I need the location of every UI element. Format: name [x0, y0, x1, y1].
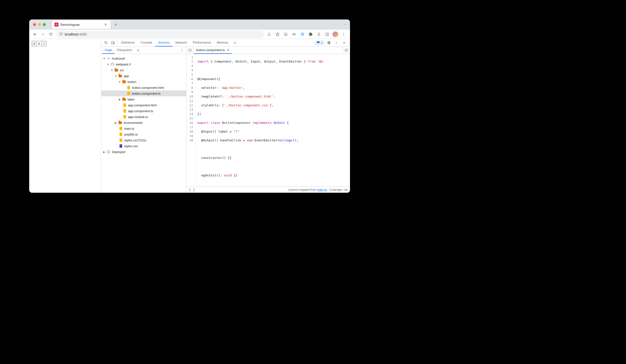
tree-label: app	[124, 74, 129, 78]
site-info-icon[interactable]	[59, 32, 63, 36]
counter-minus-button[interactable]: -	[41, 41, 46, 46]
devtools-settings-icon[interactable]	[325, 41, 332, 45]
counter-value: 0	[37, 42, 41, 45]
tree-file-button-ts[interactable]: button.component.ts	[101, 91, 186, 96]
toolbar: localhost:4200	[29, 30, 350, 39]
tree-file-app-ts[interactable]: app.component.ts	[101, 108, 186, 114]
file-tree: ▼Authored ▼webpack:// ▼src ▼app ▼button …	[101, 54, 186, 193]
tree-label: app.module.ts	[128, 115, 148, 119]
tree-label: button	[127, 80, 136, 84]
forward-button[interactable]	[39, 31, 46, 38]
devtools-menu-icon[interactable]	[333, 41, 340, 44]
tree-authored[interactable]: ▼Authored	[101, 55, 186, 61]
device-toolbar-icon[interactable]	[110, 39, 116, 46]
tree-file-app-html[interactable]: app.component.html	[101, 102, 186, 108]
tree-label: main.ts	[124, 127, 134, 130]
url-text: localhost:4200	[65, 32, 87, 36]
file-icon	[123, 103, 126, 107]
editor-pane: button.component.ts ✕ 123456789101112131…	[187, 47, 350, 193]
tree-label: Authored	[112, 57, 125, 60]
labs-icon[interactable]	[316, 31, 322, 37]
tab-list-button[interactable]	[344, 23, 347, 27]
tree-file-button-html[interactable]: button.component.html	[101, 85, 186, 91]
box-icon	[107, 150, 111, 154]
editor-tabstrip: button.component.ts ✕	[187, 47, 350, 54]
bookmark-icon[interactable]	[274, 31, 280, 37]
file-icon	[119, 144, 123, 148]
tree-deployed[interactable]: ▶Deployed	[101, 149, 186, 155]
tree-label: styles.css?231c	[124, 139, 147, 142]
tab-sources[interactable]: Sources	[155, 39, 173, 46]
minimize-window-button[interactable]	[38, 23, 41, 26]
editor-statusbar: { } (source mapped from main.js) Coverag…	[187, 186, 350, 193]
content-area: + 0 - Elements Console Sources Network P…	[29, 39, 350, 193]
extensions-icon[interactable]	[308, 31, 313, 37]
browser-window: DemoAngular ✕ + localhost:4200	[29, 19, 350, 193]
svg-point-12	[343, 33, 344, 33]
tree-webpack[interactable]: ▼webpack://	[101, 61, 186, 67]
tree-label: webpack://	[116, 63, 131, 66]
issues-count: 1	[321, 41, 322, 44]
devtools-close-icon[interactable]	[341, 41, 348, 44]
profile-avatar[interactable]	[332, 31, 338, 37]
inspect-element-icon[interactable]	[103, 39, 110, 46]
tree-label: polyfills.ts	[124, 133, 138, 136]
tab-close-button[interactable]: ✕	[103, 22, 108, 27]
maximize-window-button[interactable]	[43, 23, 46, 26]
tab-console[interactable]: Console	[138, 39, 155, 46]
tree-file-styles[interactable]: styles.css	[101, 143, 186, 149]
toggle-navigator-icon[interactable]	[187, 47, 194, 54]
file-icon	[126, 86, 130, 90]
extension-1-icon[interactable]	[283, 31, 289, 37]
counter-plus-button[interactable]: +	[32, 41, 37, 46]
navigator-tabs: Page Filesystem	[101, 47, 186, 54]
folder-icon	[122, 80, 126, 84]
file-icon	[119, 127, 123, 130]
tree-label-folder[interactable]: ▶label	[101, 96, 186, 102]
tree-file-polyfills[interactable]: polyfills.ts	[101, 131, 186, 137]
toggle-debugger-icon[interactable]	[343, 47, 350, 54]
editor-tab-active[interactable]: button.component.ts ✕	[194, 47, 232, 54]
address-bar[interactable]: localhost:4200	[56, 31, 264, 38]
tab-performance[interactable]: Performance	[190, 39, 214, 46]
code-editor[interactable]: 1234567891011121314151617181920 import {…	[187, 54, 350, 186]
extension-3-icon[interactable]	[299, 31, 305, 37]
tree-label: button.component.html	[132, 86, 164, 90]
tree-label: styles.css	[124, 144, 138, 148]
navigator-tab-page[interactable]: Page	[102, 47, 114, 54]
tab-memory[interactable]: Memory	[214, 39, 231, 46]
editor-tab-close-icon[interactable]: ✕	[227, 48, 230, 52]
navigator-menu-icon[interactable]	[178, 47, 185, 54]
issues-badge[interactable]: 1	[315, 41, 324, 45]
back-button[interactable]	[32, 31, 39, 38]
tree-file-app-module[interactable]: app.module.ts	[101, 114, 186, 120]
chrome-menu-icon[interactable]	[341, 31, 347, 37]
tree-file-main[interactable]: main.ts	[101, 126, 186, 131]
source-map-link[interactable]: main.js	[317, 188, 326, 191]
tab-elements[interactable]: Elements	[118, 39, 138, 46]
tree-label: app.component.html	[128, 103, 157, 107]
close-window-button[interactable]	[33, 23, 36, 26]
pretty-print-icon[interactable]: { }	[189, 188, 195, 192]
browser-tab[interactable]: DemoAngular ✕	[52, 20, 111, 29]
tree-app[interactable]: ▼app	[101, 73, 186, 79]
tree-label: button.component.ts	[132, 92, 161, 95]
new-tab-button[interactable]: +	[112, 21, 119, 28]
navigator-tab-filesystem[interactable]: Filesystem	[114, 47, 134, 54]
folder-icon	[114, 68, 118, 72]
tab-strip: DemoAngular ✕ +	[29, 19, 350, 30]
tree-environments[interactable]: ▶environments	[101, 120, 186, 126]
editor-tab-title: button.component.ts	[196, 48, 225, 52]
more-tabs-icon[interactable]	[231, 39, 238, 46]
share-icon[interactable]	[266, 31, 272, 37]
svg-point-5	[286, 34, 286, 34]
tree-src[interactable]: ▼src	[101, 67, 186, 73]
extension-2-icon[interactable]	[291, 31, 297, 37]
svg-point-6	[293, 34, 294, 35]
navigator-more-tabs-icon[interactable]	[135, 47, 141, 54]
sidepanel-icon[interactable]	[324, 31, 330, 37]
reload-button[interactable]	[47, 31, 54, 38]
tree-button-folder[interactable]: ▼button	[101, 79, 186, 85]
tab-network[interactable]: Network	[173, 39, 190, 46]
tree-file-styles-q[interactable]: styles.css?231c	[101, 137, 186, 143]
